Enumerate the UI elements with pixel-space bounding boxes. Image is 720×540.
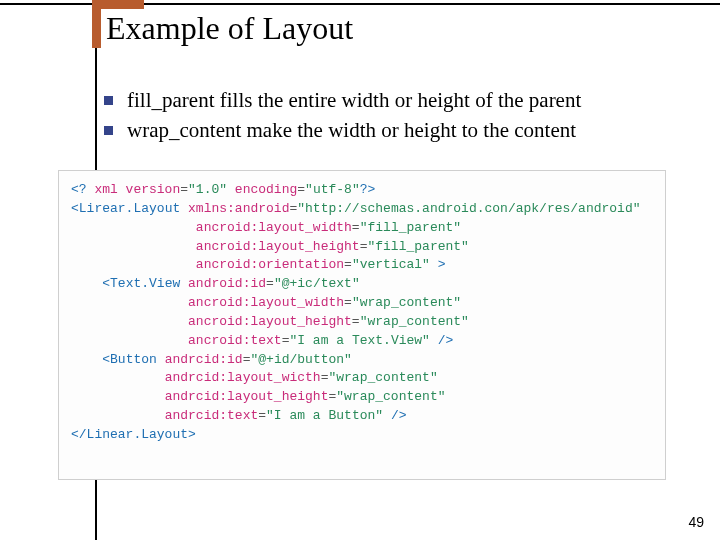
code-token: = <box>352 314 360 329</box>
code-indent <box>71 220 196 235</box>
code-token: "wrap_content" <box>336 389 445 404</box>
code-token: "@+id/button" <box>250 352 351 367</box>
code-token: andrcid:layout_height <box>165 389 329 404</box>
code-token: Button <box>110 352 157 367</box>
code-token: "@+ic/text" <box>274 276 360 291</box>
code-token: "I am a Button" <box>266 408 383 423</box>
code-token: Linear.Layout <box>87 427 188 442</box>
bullet-text: fill_parent fills the entire width or he… <box>127 86 581 114</box>
code-token: = <box>266 276 274 291</box>
bullet-text: wrap_content make the width or height to… <box>127 116 576 144</box>
code-token: /> <box>383 408 406 423</box>
slide: Example of Layout fill_parent fills the … <box>0 0 720 540</box>
code-token: ancroid:layout_width <box>196 220 352 235</box>
code-token: andrcid:layout_wicth <box>165 370 321 385</box>
code-indent <box>71 408 165 423</box>
code-token: encoding <box>227 182 297 197</box>
accent-bar-vertical <box>92 0 101 48</box>
code-token: < <box>102 276 110 291</box>
code-token: xml version <box>87 182 181 197</box>
code-indent <box>71 389 165 404</box>
code-token: android:id <box>180 276 266 291</box>
code-token: "utf-8" <box>305 182 360 197</box>
code-token: "wrap_content" <box>352 295 461 310</box>
code-token: "wrap_content" <box>360 314 469 329</box>
code-indent <box>71 257 196 272</box>
code-token: </ <box>71 427 87 442</box>
code-token: andrcid:id <box>157 352 243 367</box>
code-indent <box>71 370 165 385</box>
code-token: "wrap_content" <box>328 370 437 385</box>
code-token: /> <box>430 333 453 348</box>
code-token: > <box>188 427 196 442</box>
slide-title: Example of Layout <box>106 10 353 47</box>
code-token: ?> <box>360 182 376 197</box>
code-token: = <box>297 182 305 197</box>
list-item: wrap_content make the width or height to… <box>104 116 680 144</box>
code-token: andrcid:text <box>165 408 259 423</box>
bullet-list: fill_parent fills the entire width or he… <box>104 86 680 147</box>
code-token: = <box>344 257 352 272</box>
code-token: > <box>430 257 446 272</box>
code-token: ancroid:orientation <box>196 257 344 272</box>
code-token: ancroid:layout_height <box>188 314 352 329</box>
code-token: "I am a Text.View" <box>289 333 429 348</box>
code-token: = <box>352 220 360 235</box>
code-indent <box>71 352 102 367</box>
code-token: ancroid:layout_width <box>188 295 344 310</box>
code-token: < <box>71 201 79 216</box>
code-token: = <box>180 182 188 197</box>
code-token: <? <box>71 182 87 197</box>
code-token: "fill_parent" <box>360 220 461 235</box>
code-token: Text.View <box>110 276 180 291</box>
code-token: "1.0" <box>188 182 227 197</box>
code-indent <box>71 295 188 310</box>
code-token: ancroid:text <box>188 333 282 348</box>
code-token: "http://schemas.android.con/apk/res/andr… <box>297 201 640 216</box>
code-indent <box>71 314 188 329</box>
code-token: = <box>344 295 352 310</box>
square-bullet-icon <box>104 96 113 105</box>
code-token: Lirear.Layout <box>79 201 180 216</box>
code-token: "fill_parent" <box>367 239 468 254</box>
code-token: xmlns:android <box>180 201 289 216</box>
code-token: ancroid:layout_height <box>196 239 360 254</box>
code-token: < <box>102 352 110 367</box>
code-indent <box>71 276 102 291</box>
code-indent <box>71 333 188 348</box>
square-bullet-icon <box>104 126 113 135</box>
code-indent <box>71 239 196 254</box>
accent-bar-horizontal <box>96 0 144 9</box>
page-number: 49 <box>688 514 704 530</box>
code-token: "vertical" <box>352 257 430 272</box>
code-token: = <box>258 408 266 423</box>
list-item: fill_parent fills the entire width or he… <box>104 86 680 114</box>
code-block: <? xml version="1.0" encoding="utf-8"?> … <box>58 170 666 480</box>
